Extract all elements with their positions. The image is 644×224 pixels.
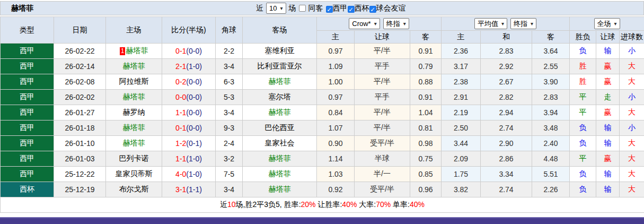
summary-stat-value: 70% [376, 200, 391, 209]
fulltime-score: 1-1 [175, 108, 186, 117]
chevron-down-icon: ▾ [614, 21, 617, 27]
home-team[interactable]: 赫塔菲 [106, 136, 162, 151]
home-team-name: 赫塔菲 [123, 139, 145, 147]
home-team-name: 赫塔菲 [123, 123, 145, 132]
home-odds: 0.84 [317, 105, 355, 120]
group-average: 平均值▾终指▾ [442, 17, 570, 31]
match-date: 26-01-27 [54, 105, 106, 120]
home-team[interactable]: 布尔戈斯 [106, 182, 162, 197]
result-wdl: 胜 [570, 74, 596, 90]
same-venue-checkbox[interactable] [299, 5, 306, 12]
score-cell: 0-1(0-0) [162, 44, 216, 59]
fulltime-score: 1-2 [175, 139, 186, 148]
result-wdl: 负 [570, 44, 596, 59]
league-filter-checkbox[interactable]: ✓ [348, 6, 355, 13]
group-bookmaker: Crow*▾终指▾ [317, 17, 442, 31]
match-date: 25-12-19 [54, 182, 106, 197]
result-handicap: 输 [596, 44, 620, 59]
home-team[interactable]: 巴列卡诺 [106, 151, 162, 167]
match-date: 26-02-22 [54, 44, 106, 59]
corner-count: 3-2 [216, 151, 243, 167]
table-row: 西杯 25-12-19 布尔戈斯 3-1(1-1) 3-4 赫塔菲 0.92 受… [1, 182, 644, 197]
home-team[interactable]: 1赫塔菲 [106, 44, 162, 59]
summary-stat-value: 40% [342, 200, 357, 209]
away-team[interactable]: 巴伦西亚 [243, 120, 317, 136]
avg-away-odds: 2.40 [532, 136, 570, 151]
home-team-name: 阿拉维斯 [119, 77, 149, 85]
avg-draw-odds: 2.82 [481, 90, 532, 105]
bookmaker-select[interactable]: Crow*▾ [349, 18, 380, 29]
score-cell: 0-2(0-0) [162, 74, 216, 90]
away-odds: 0.96 [410, 182, 442, 197]
league-badge: 西甲 [1, 136, 54, 151]
result-goals: 大 [620, 136, 644, 151]
corner-count: 6-3 [216, 74, 243, 90]
handicap-line: 平/半 [355, 74, 410, 90]
subcol-avg-draw: 和 [481, 31, 532, 44]
chevron-down-icon: ▾ [501, 21, 504, 27]
score-cell: 1-1(1-0) [162, 151, 216, 167]
home-team-name: 巴列卡诺 [119, 154, 149, 162]
away-team[interactable]: 赫塔菲 [243, 105, 317, 120]
away-odds: 0.75 [410, 151, 442, 167]
avg-draw-odds: 2.83 [481, 44, 532, 59]
avg-draw-odds: 2.92 [481, 59, 532, 74]
halftime-score: (1-0) [186, 170, 202, 178]
avg-away-odds: 5.51 [532, 167, 570, 182]
away-team[interactable]: 赫塔菲 [243, 151, 317, 167]
avg-home-odds: 3.44 [442, 136, 481, 151]
bookmaker-stage-select[interactable]: 终指▾ [383, 18, 409, 29]
away-odds: 0.91 [410, 90, 442, 105]
fulltime-score: 0-0 [175, 93, 186, 101]
league-filter-checkbox[interactable]: ✓ [369, 6, 376, 13]
away-team[interactable]: 塞维利亚 [243, 44, 317, 59]
away-odds: 0.88 [410, 74, 442, 90]
col-header-date: 日期 [54, 17, 106, 44]
subcol-result-wdl: 胜负 [570, 31, 596, 44]
bookmaker-select-value: Crow* [352, 20, 370, 28]
away-team[interactable]: 赫塔菲 [243, 167, 317, 182]
away-team[interactable]: 比利亚雷亚尔 [243, 59, 317, 74]
league-filter-checkbox[interactable]: ✓ [326, 6, 333, 13]
home-team-name: 赫塔菲 [126, 46, 148, 55]
score-cell: 0-1(0-0) [162, 120, 216, 136]
result-wdl: 平 [570, 151, 596, 167]
summary-stat-value: 10 [227, 200, 236, 209]
home-odds: 1.07 [317, 120, 355, 136]
result-handicap: 输 [596, 182, 620, 197]
handicap-line: 受平/半 [355, 136, 410, 151]
home-odds: 1.00 [317, 74, 355, 90]
away-team[interactable]: 赫塔菲 [243, 74, 317, 90]
result-goals: 大 [620, 105, 644, 120]
result-handicap: 赢 [596, 105, 620, 120]
table-row: 西甲 25-12-22 皇家贝蒂斯 4-0(1-0) 7-5 赫塔菲 1.03 … [1, 167, 644, 182]
avg-home-odds: 2.91 [442, 90, 481, 105]
recent-count-select[interactable]: 10 ▾ [266, 3, 286, 14]
home-odds: 0.92 [317, 182, 355, 197]
away-team[interactable]: 皇家社会 [243, 136, 317, 151]
home-team[interactable]: 阿拉维斯 [106, 74, 162, 90]
home-team[interactable]: 赫塔菲 [106, 120, 162, 136]
away-team-name: 巴伦西亚 [265, 123, 295, 132]
away-team[interactable]: 赫塔菲 [243, 182, 317, 197]
score-cell: 3-1(1-1) [162, 182, 216, 197]
subcol-avg-home: 主 [442, 31, 481, 44]
result-wdl: 负 [570, 136, 596, 151]
away-team[interactable]: 塞尔塔 [243, 90, 317, 105]
home-team[interactable]: 皇家贝蒂斯 [106, 167, 162, 182]
scope-select[interactable]: 全场▾ [594, 18, 620, 29]
home-team-name: 赫塔菲 [123, 92, 145, 101]
fulltime-score: 4-0 [175, 170, 186, 178]
home-team[interactable]: 赫塔菲 [106, 59, 162, 74]
home-odds: 1.14 [317, 151, 355, 167]
avg-select[interactable]: 平均值▾ [474, 18, 507, 29]
league-badge: 西甲 [1, 151, 54, 167]
league-badge: 西甲 [1, 90, 54, 105]
home-team[interactable]: 赫塔菲 [106, 90, 162, 105]
avg-stage-select-value: 终指 [514, 19, 527, 29]
halftime-score: (0-0) [186, 93, 202, 101]
result-wdl: 负 [570, 167, 596, 182]
league-badge: 西甲 [1, 167, 54, 182]
home-team[interactable]: 赫罗纳 [106, 105, 162, 120]
avg-stage-select[interactable]: 终指▾ [510, 18, 536, 29]
